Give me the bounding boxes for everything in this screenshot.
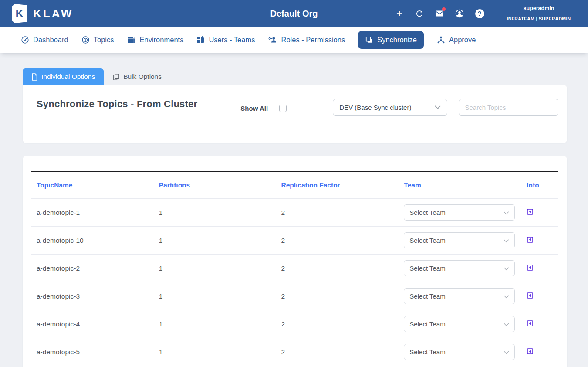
topic-name: a-demotopic-3	[31, 292, 154, 300]
search-topics-input[interactable]	[459, 99, 558, 116]
topics-target-icon	[81, 36, 90, 44]
main-nav: Dashboard Topics Environments Users - Te…	[0, 27, 588, 53]
page-content: Individual Options Bulk Options Synchron…	[0, 53, 588, 367]
partitions-value: 1	[154, 320, 276, 328]
cluster-select[interactable]: DEV (Base Sync cluster)	[333, 99, 447, 116]
partitions-value: 1	[154, 292, 276, 300]
nav-item-dashboard[interactable]: Dashboard	[21, 36, 68, 44]
user-info-block[interactable]: superadmin INFRATEAM | SUPERADMIN	[502, 3, 576, 24]
chevron-down-icon	[504, 237, 509, 245]
partitions-value: 1	[154, 265, 276, 272]
panel-title-column: Synchronize Topics - From Cluster	[31, 93, 237, 110]
show-all-group: Show All	[237, 99, 313, 112]
add-info-icon[interactable]	[527, 320, 534, 327]
topic-name: a-demotopic-1	[31, 209, 154, 217]
table-row: a-demotopic-10 1 2 Select Team	[31, 227, 558, 255]
add-info-icon[interactable]	[527, 348, 534, 355]
tab-label: Bulk Options	[123, 73, 162, 81]
column-header-replication-factor: Replication Factor	[276, 181, 399, 189]
mail-icon[interactable]	[435, 9, 444, 18]
table-row: a-demotopic-3 1 2 Select Team	[31, 282, 558, 310]
topic-name: a-demotopic-2	[31, 265, 154, 272]
table-row: a-demotopic-4 1 2 Select Team	[31, 310, 558, 338]
options-tabs: Individual Options Bulk Options	[23, 68, 567, 85]
mail-unread-badge	[442, 7, 446, 11]
team-select[interactable]: Select Team	[404, 204, 515, 221]
nav-item-environments[interactable]: Environments	[127, 36, 184, 44]
tab-bulk-options[interactable]: Bulk Options	[104, 68, 170, 85]
partitions-value: 1	[154, 209, 276, 217]
environments-server-icon	[127, 36, 136, 44]
column-header-topicname: TopicName	[31, 181, 154, 189]
nav-label: Dashboard	[33, 36, 68, 44]
table-row: a-demotopic-5 1 2 Select Team	[31, 338, 558, 366]
page-title: Synchronize Topics - From Cluster	[37, 99, 237, 110]
chevron-down-icon	[504, 209, 509, 217]
replication-factor-value: 2	[276, 265, 399, 272]
topic-name: a-demotopic-10	[31, 237, 154, 245]
synchronize-copy-icon	[365, 36, 373, 44]
column-header-info: Info	[521, 181, 558, 189]
documents-copy-icon	[112, 73, 120, 81]
nav-item-approve[interactable]: Approve	[437, 36, 476, 44]
nav-label: Environments	[140, 36, 184, 44]
team-select[interactable]: Select Team	[404, 288, 515, 304]
team-select[interactable]: Select Team	[404, 344, 515, 360]
replication-factor-value: 2	[276, 292, 399, 300]
users-teams-tiles-icon	[196, 36, 205, 44]
team-select-value: Select Team	[409, 348, 504, 356]
team-select-value: Select Team	[409, 237, 504, 244]
add-icon[interactable]: +	[395, 9, 404, 18]
dashboard-gauge-icon	[21, 36, 29, 44]
nav-item-topics[interactable]: Topics	[81, 36, 114, 44]
replication-factor-value: 2	[276, 209, 399, 217]
column-header-team: Team	[399, 181, 521, 189]
nav-item-users-teams[interactable]: Users - Teams	[196, 36, 255, 44]
chevron-down-icon	[504, 292, 509, 300]
approve-hub-icon	[437, 36, 445, 44]
top-bar: K KLAW Default Org + ? superadmin INFRAT…	[0, 0, 588, 27]
klaw-logo-icon: K	[12, 4, 27, 23]
nav-label: Roles - Permissions	[281, 36, 345, 44]
partitions-value: 1	[154, 237, 276, 245]
nav-label: Approve	[449, 36, 476, 44]
team-select-value: Select Team	[409, 292, 504, 300]
team-select-value: Select Team	[409, 320, 504, 328]
user-icon[interactable]	[455, 9, 464, 18]
help-icon[interactable]: ?	[475, 9, 484, 18]
team-select-value: Select Team	[409, 209, 504, 216]
tab-individual-options[interactable]: Individual Options	[23, 68, 104, 85]
user-team-role: INFRATEAM | SUPERADMIN	[502, 14, 576, 24]
brand[interactable]: K KLAW	[12, 4, 74, 23]
tab-label: Individual Options	[41, 73, 95, 81]
team-select[interactable]: Select Team	[404, 232, 515, 248]
refresh-icon[interactable]	[415, 9, 424, 18]
nav-item-roles-permissions[interactable]: Roles - Permissions	[268, 36, 345, 44]
document-icon	[31, 73, 38, 81]
partitions-value: 1	[154, 348, 276, 356]
cluster-select-value: DEV (Base Sync cluster)	[339, 104, 435, 111]
topics-table-card: TopicName Partitions Replication Factor …	[23, 156, 567, 367]
team-select[interactable]: Select Team	[404, 316, 515, 332]
add-info-icon[interactable]	[527, 292, 534, 299]
nav-label: Synchronize	[377, 36, 417, 44]
table-header-row: TopicName Partitions Replication Factor …	[31, 172, 558, 199]
topic-name: a-demotopic-4	[31, 320, 154, 328]
team-select[interactable]: Select Team	[404, 260, 515, 276]
add-info-icon[interactable]	[527, 208, 534, 215]
add-info-icon[interactable]	[527, 264, 534, 271]
brand-name: KLAW	[33, 7, 74, 20]
add-info-icon[interactable]	[527, 236, 534, 243]
chevron-down-icon	[504, 320, 509, 328]
table-row: a-demotopic-1 1 2 Select Team	[31, 199, 558, 227]
chevron-down-icon	[435, 103, 441, 111]
nav-label: Users - Teams	[209, 36, 255, 44]
column-header-partitions: Partitions	[154, 181, 276, 189]
nav-item-synchronize[interactable]: Synchronize	[358, 31, 424, 49]
show-all-checkbox[interactable]	[279, 105, 287, 112]
topbar-actions: + ? superadmin INFRATEAM | SUPERADMIN	[395, 3, 576, 24]
username: superadmin	[502, 3, 576, 14]
team-select-value: Select Team	[409, 265, 504, 272]
chevron-down-icon	[504, 348, 509, 356]
chevron-down-icon	[504, 265, 509, 272]
